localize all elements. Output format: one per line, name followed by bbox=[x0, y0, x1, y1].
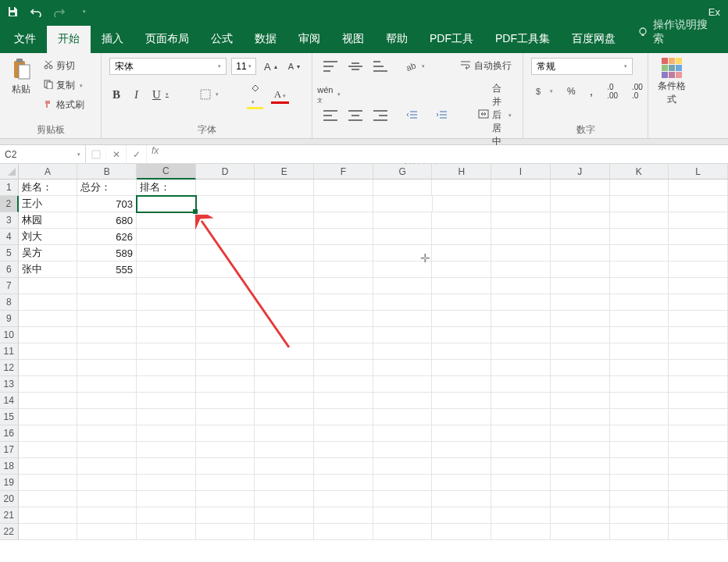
cell[interactable] bbox=[491, 311, 551, 327]
cell[interactable] bbox=[610, 261, 669, 278]
cell[interactable] bbox=[669, 327, 728, 343]
cell[interactable] bbox=[669, 524, 728, 540]
cell[interactable] bbox=[669, 491, 728, 507]
cell[interactable] bbox=[491, 245, 551, 261]
cell[interactable] bbox=[610, 376, 669, 393]
cell[interactable] bbox=[255, 458, 314, 475]
cell[interactable] bbox=[669, 180, 728, 196]
cell[interactable] bbox=[373, 180, 433, 196]
cell[interactable] bbox=[551, 442, 610, 458]
cell[interactable] bbox=[255, 425, 314, 442]
row-header[interactable]: 19 bbox=[0, 475, 19, 491]
cell[interactable] bbox=[77, 393, 137, 409]
cell[interactable] bbox=[255, 278, 314, 294]
tab-view[interactable]: 视图 bbox=[331, 26, 375, 53]
row-header[interactable]: 18 bbox=[0, 458, 19, 475]
column-header[interactable]: C bbox=[137, 164, 196, 180]
cell[interactable] bbox=[373, 425, 433, 442]
cell[interactable] bbox=[610, 442, 669, 458]
cell[interactable] bbox=[373, 507, 433, 524]
cell[interactable] bbox=[196, 524, 255, 540]
accept-formula-icon[interactable]: ✓ bbox=[127, 145, 147, 163]
cell[interactable] bbox=[196, 245, 255, 261]
cell[interactable] bbox=[373, 229, 433, 245]
cell[interactable] bbox=[196, 360, 255, 376]
cell[interactable] bbox=[432, 442, 491, 458]
cell[interactable] bbox=[314, 491, 373, 507]
row-header[interactable]: 22 bbox=[0, 524, 19, 540]
orientation-button[interactable]: ab▾ bbox=[403, 59, 428, 73]
cell[interactable] bbox=[551, 507, 610, 524]
cell[interactable]: 555 bbox=[77, 261, 137, 278]
row-header[interactable]: 10 bbox=[0, 327, 19, 343]
cell[interactable] bbox=[314, 393, 373, 409]
cell[interactable] bbox=[551, 491, 610, 507]
cell[interactable] bbox=[373, 294, 433, 311]
cell[interactable] bbox=[314, 376, 373, 393]
cell[interactable] bbox=[77, 294, 137, 311]
cell[interactable] bbox=[373, 278, 433, 294]
cell[interactable] bbox=[669, 475, 728, 491]
cell[interactable] bbox=[551, 229, 610, 245]
cell[interactable] bbox=[669, 261, 728, 278]
cell[interactable] bbox=[137, 425, 196, 442]
cell[interactable] bbox=[77, 491, 137, 507]
cell[interactable] bbox=[669, 212, 728, 229]
cell[interactable] bbox=[255, 393, 314, 409]
cell[interactable] bbox=[551, 327, 610, 343]
cell[interactable] bbox=[610, 180, 669, 196]
column-header[interactable]: J bbox=[551, 164, 610, 179]
cell[interactable] bbox=[255, 261, 314, 278]
cell[interactable] bbox=[196, 475, 255, 491]
cell[interactable] bbox=[669, 196, 728, 212]
cell[interactable] bbox=[137, 524, 196, 540]
row-header[interactable]: 4 bbox=[0, 229, 19, 245]
cell[interactable] bbox=[432, 343, 491, 360]
cell[interactable] bbox=[77, 343, 137, 360]
cell[interactable] bbox=[255, 507, 314, 524]
row-header[interactable]: 20 bbox=[0, 491, 19, 507]
cell[interactable] bbox=[196, 425, 255, 442]
cell[interactable] bbox=[432, 212, 491, 229]
cell[interactable] bbox=[196, 261, 255, 278]
cell[interactable] bbox=[77, 442, 137, 458]
cell[interactable] bbox=[77, 458, 137, 475]
cell[interactable] bbox=[77, 425, 137, 442]
column-header[interactable]: H bbox=[432, 164, 491, 179]
cell[interactable] bbox=[669, 294, 728, 311]
cell[interactable] bbox=[137, 491, 196, 507]
tab-help[interactable]: 帮助 bbox=[375, 26, 419, 53]
cell[interactable] bbox=[314, 360, 373, 376]
number-format-selector[interactable]: 常规 ▾ bbox=[531, 58, 633, 75]
cell[interactable] bbox=[551, 261, 610, 278]
cell[interactable] bbox=[137, 294, 196, 311]
cell[interactable] bbox=[551, 393, 610, 409]
fill-handle[interactable] bbox=[193, 209, 198, 214]
cell[interactable] bbox=[77, 409, 137, 425]
cell[interactable]: 张中 bbox=[19, 261, 78, 278]
cell[interactable] bbox=[491, 229, 551, 245]
cell[interactable]: 刘大 bbox=[19, 229, 78, 245]
cell[interactable] bbox=[137, 278, 196, 294]
cell[interactable] bbox=[491, 278, 551, 294]
row-header[interactable]: 11 bbox=[0, 343, 19, 360]
cell[interactable] bbox=[610, 491, 669, 507]
cell[interactable] bbox=[314, 294, 373, 311]
cell[interactable] bbox=[432, 507, 491, 524]
cell[interactable] bbox=[610, 393, 669, 409]
cell[interactable] bbox=[19, 311, 78, 327]
tab-insert[interactable]: 插入 bbox=[91, 26, 134, 53]
cell[interactable] bbox=[19, 442, 78, 458]
row-header[interactable]: 13 bbox=[0, 376, 19, 393]
cell[interactable] bbox=[551, 180, 610, 196]
cell[interactable] bbox=[19, 327, 78, 343]
cell[interactable] bbox=[314, 343, 373, 360]
cell[interactable] bbox=[196, 491, 255, 507]
accounting-format-button[interactable]: $▾ bbox=[531, 84, 556, 98]
row-header[interactable]: 3 bbox=[0, 212, 19, 229]
column-header[interactable]: G bbox=[373, 164, 433, 179]
cell[interactable] bbox=[551, 294, 610, 311]
cell[interactable] bbox=[491, 491, 551, 507]
cell[interactable] bbox=[373, 196, 433, 212]
cell[interactable] bbox=[196, 294, 255, 311]
